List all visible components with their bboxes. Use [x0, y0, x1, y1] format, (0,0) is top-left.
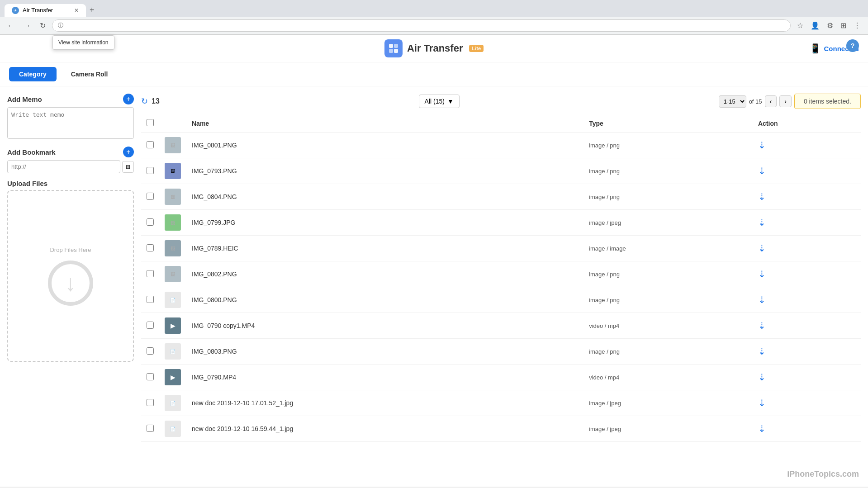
memo-textarea[interactable]	[7, 107, 134, 139]
next-page-button[interactable]: ›	[779, 95, 792, 107]
download-button-1[interactable]: ⇣	[758, 166, 766, 176]
app-logo-icon	[384, 39, 403, 57]
upload-drop-area[interactable]: Drop Files Here ↓	[7, 190, 134, 362]
row-checkbox-0[interactable]	[147, 141, 154, 148]
svg-rect-0	[389, 44, 393, 48]
upload-drop-text: Drop Files Here	[50, 246, 91, 253]
file-thumbnail-11: 📄	[165, 421, 181, 437]
svg-rect-3	[394, 49, 398, 53]
row-checkbox-1[interactable]	[147, 167, 154, 174]
download-button-10[interactable]: ⇣	[758, 398, 766, 408]
file-name-10: new doc 2019-12-10 17.01.52_1.jpg	[192, 399, 293, 407]
row-checkbox-8[interactable]	[147, 347, 154, 355]
download-button-8[interactable]: ⇣	[758, 346, 766, 357]
download-button-5[interactable]: ⇣	[758, 269, 766, 280]
add-bookmark-title: Add Bookmark	[7, 148, 56, 156]
main-layout: Add Memo + Add Bookmark + ⊞ Uplo	[0, 86, 868, 449]
row-checkbox-5[interactable]	[147, 270, 154, 277]
file-thumbnail-0: 🖼	[165, 137, 181, 153]
add-memo-section: Add Memo +	[7, 94, 134, 140]
row-checkbox-7[interactable]	[147, 322, 154, 329]
file-type-2: image / png	[589, 194, 620, 200]
address-bar-container: ⓘ View site information	[52, 19, 791, 32]
table-row: 🖼 IMG_0793.PNG image / png ⇣	[141, 158, 861, 184]
browser-toolbar: ← → ↻ ⓘ View site information ☆ 👤 ⚙ ⊞ ⋮	[0, 17, 868, 35]
table-row: ▶ IMG_0790.MP4 video / mp4 ⇣	[141, 365, 861, 390]
file-type-0: image / png	[589, 142, 620, 149]
bookmark-input[interactable]	[7, 160, 120, 173]
tab-grid-button[interactable]: ⊞	[838, 19, 849, 32]
table-row: 📄 new doc 2019-12-10 17.01.52_1.jpg imag…	[141, 390, 861, 416]
add-bookmark-button[interactable]: +	[123, 147, 134, 157]
file-thumbnail-8: 📄	[165, 343, 181, 360]
browser-tab[interactable]: ✈ Air Transfer ✕	[5, 4, 86, 17]
sidebar: Add Memo + Add Bookmark + ⊞ Uplo	[7, 94, 134, 442]
extensions-button[interactable]: ⚙	[824, 19, 836, 32]
file-thumbnail-2: 🖼	[165, 189, 181, 205]
filter-dropdown[interactable]: All (15) ▼	[419, 95, 460, 108]
add-memo-header: Add Memo +	[7, 94, 134, 104]
tab-close-button[interactable]: ✕	[74, 7, 79, 14]
upload-files-title: Upload Files	[7, 180, 47, 187]
tab-category[interactable]: Category	[9, 67, 57, 81]
selection-badge: 0 items selected.	[794, 94, 861, 109]
download-button-7[interactable]: ⇣	[758, 320, 766, 331]
download-button-3[interactable]: ⇣	[758, 217, 766, 228]
file-thumbnail-3: 🖼	[165, 214, 181, 231]
lite-badge: Lite	[469, 45, 484, 52]
file-list-header: ↻ 13 All (15) ▼ 1-15 of 15 ‹ › 0 i	[141, 94, 861, 109]
upload-files-header: Upload Files	[7, 180, 134, 187]
address-input[interactable]	[66, 22, 785, 29]
file-count: 13	[152, 97, 160, 105]
download-button-6[interactable]: ⇣	[758, 294, 766, 305]
bookmark-star-button[interactable]: ☆	[794, 19, 806, 32]
bookmark-row: ⊞	[7, 160, 134, 173]
add-bookmark-header: Add Bookmark +	[7, 147, 134, 157]
page-select[interactable]: 1-15	[719, 95, 746, 108]
filter-dropdown-arrow: ▼	[447, 98, 454, 105]
file-list-right: 1-15 of 15 ‹ › 0 items selected.	[719, 94, 861, 109]
file-name-6: IMG_0800.PNG	[192, 296, 237, 303]
bookmark-grid-button[interactable]: ⊞	[122, 161, 134, 173]
upload-arrow-icon: ↓	[65, 272, 76, 294]
file-name-8: IMG_0803.PNG	[192, 348, 237, 355]
app-title: Air Transfer	[407, 43, 463, 54]
help-button[interactable]: ?	[846, 39, 859, 52]
select-all-checkbox[interactable]	[147, 119, 154, 126]
file-type-11: image / jpeg	[589, 426, 621, 432]
forward-button[interactable]: →	[21, 20, 33, 32]
row-checkbox-2[interactable]	[147, 193, 154, 200]
toolbar-icons: ☆ 👤 ⚙ ⊞ ⋮	[794, 19, 863, 32]
profile-button[interactable]: 👤	[808, 19, 822, 32]
download-button-0[interactable]: ⇣	[758, 140, 766, 151]
table-row: 📄 new doc 2019-12-10 16.59.44_1.jpg imag…	[141, 416, 861, 442]
file-type-6: image / png	[589, 297, 620, 303]
file-list-center: All (15) ▼	[419, 95, 460, 108]
upload-arrow-circle: ↓	[48, 261, 93, 306]
download-button-2[interactable]: ⇣	[758, 191, 766, 202]
row-checkbox-3[interactable]	[147, 218, 154, 226]
back-button[interactable]: ←	[5, 20, 17, 32]
file-thumbnail-9: ▶	[165, 369, 181, 385]
tab-camera-roll[interactable]: Camera Roll	[61, 67, 118, 81]
download-button-9[interactable]: ⇣	[758, 372, 766, 383]
row-checkbox-9[interactable]	[147, 373, 154, 380]
row-checkbox-10[interactable]	[147, 399, 154, 406]
file-thumbnail-5: 🖼	[165, 266, 181, 282]
menu-button[interactable]: ⋮	[851, 19, 863, 32]
file-name-9: IMG_0790.MP4	[192, 374, 236, 381]
row-checkbox-11[interactable]	[147, 425, 154, 432]
reload-button[interactable]: ↻	[37, 19, 48, 32]
add-memo-button[interactable]: +	[123, 94, 134, 104]
download-button-11[interactable]: ⇣	[758, 423, 766, 434]
download-button-4[interactable]: ⇣	[758, 243, 766, 254]
new-tab-button[interactable]: +	[86, 4, 98, 17]
table-row: 🖼 IMG_0802.PNG image / png ⇣	[141, 261, 861, 287]
file-list-left: ↻ 13	[141, 96, 160, 106]
row-checkbox-4[interactable]	[147, 244, 154, 251]
site-info-icon[interactable]: ⓘ	[58, 22, 63, 29]
prev-page-button[interactable]: ‹	[765, 95, 777, 107]
refresh-icon[interactable]: ↻	[141, 96, 148, 106]
row-checkbox-6[interactable]	[147, 296, 154, 303]
file-name-4: IMG_0789.HEIC	[192, 245, 238, 252]
